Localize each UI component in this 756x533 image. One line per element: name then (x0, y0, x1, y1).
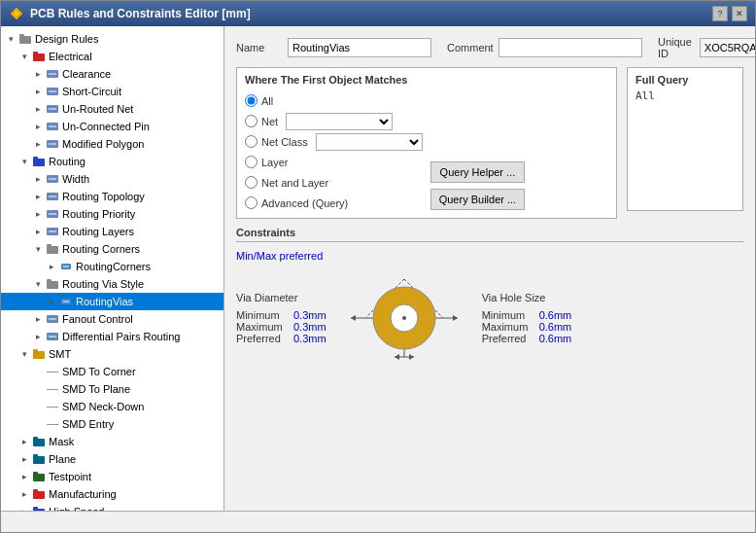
svg-rect-47 (33, 489, 38, 492)
full-query-box: Full Query All (627, 67, 743, 211)
unique-id-label: Unique ID (658, 36, 692, 59)
net-dropdown[interactable] (286, 113, 393, 130)
hole-min-row: Minimum 0.6mm (482, 309, 572, 321)
tree-icon-smd-neckdown: — (46, 400, 59, 413)
tree-item-smd-entry[interactable]: —SMD Entry (1, 415, 223, 433)
tree-label-modified-polygon: Modified Polygon (62, 138, 144, 150)
netclass-dropdown[interactable] (316, 133, 423, 151)
query-helper-button[interactable]: Query Helper ... (430, 161, 525, 183)
tree-icon-plane (32, 452, 46, 466)
hole-min-label: Minimum (482, 309, 535, 321)
radio-advanced-input[interactable] (245, 196, 258, 209)
where-box: Where The First Object Matches All Net (236, 67, 617, 219)
tree-item-smd-plane[interactable]: —SMD To Plane (1, 380, 223, 398)
hole-max-row: Maximum 0.6mm (482, 321, 572, 333)
preferred-value: 0.3mm (293, 333, 326, 344)
svg-marker-58 (351, 315, 356, 321)
tree-item-diff-pairs[interactable]: ▸Differential Pairs Routing (1, 328, 223, 345)
tree-label-testpoint: Testpoint (49, 471, 91, 482)
tree-item-un-routed-net[interactable]: ▸Un-Routed Net (1, 100, 223, 118)
max-value: 0.3mm (293, 321, 326, 333)
tree-item-smd-corner[interactable]: —SMD To Corner (1, 363, 223, 380)
hole-preferred-label: Preferred (482, 333, 535, 344)
tree-item-design-rules[interactable]: ▾Design Rules (1, 30, 223, 48)
tree-item-fanout-control[interactable]: ▸Fanout Control (1, 310, 223, 328)
tree-item-modified-polygon[interactable]: ▸Modified Polygon (1, 135, 223, 153)
comment-input[interactable] (498, 38, 642, 57)
radio-net-input[interactable] (245, 115, 258, 127)
tree-icon-modified-polygon (46, 137, 59, 151)
radio-layer-label: Layer (261, 157, 289, 168)
tree-icon-smt (32, 347, 46, 361)
svg-rect-3 (19, 34, 24, 37)
constraints-section: Constraints Min/Max preferred Via Diamet… (236, 227, 743, 367)
tree-label-routing-topology: Routing Topology (62, 191, 145, 202)
tree-label-smd-corner: SMD To Corner (62, 366, 136, 377)
tree-icon-un-routed-net (46, 102, 59, 116)
app-icon (9, 6, 24, 21)
tree-label-short-circuit: Short-Circuit (62, 86, 121, 97)
svg-rect-39 (33, 349, 38, 352)
help-button[interactable]: ? (712, 6, 728, 21)
query-builder-button[interactable]: Query Builder ... (430, 189, 525, 210)
radio-all-label: All (261, 95, 273, 107)
radio-netandlayer-input[interactable] (245, 176, 258, 189)
hole-preferred-row: Preferred 0.6mm (482, 333, 572, 344)
tree-label-routing-priority: Routing Priority (62, 208, 135, 220)
svg-marker-64 (395, 354, 399, 360)
tree-item-electrical[interactable]: ▾Electrical (1, 48, 223, 65)
tree-item-mask[interactable]: ▸Mask (1, 433, 223, 450)
tree-item-high-speed[interactable]: ▸High Speed (1, 503, 223, 511)
tree-item-routing-vias[interactable]: ▸RoutingVias (1, 293, 223, 310)
preferred-row: Preferred 0.3mm (236, 333, 326, 344)
tree-item-manufacturing[interactable]: ▸Manufacturing (1, 485, 223, 503)
tree-item-routing-corners-item[interactable]: ▸RoutingCorners (1, 258, 223, 275)
name-input[interactable] (288, 38, 431, 57)
tree-icon-design-rules (18, 32, 32, 46)
tree-item-routing-priority[interactable]: ▸Routing Priority (1, 205, 223, 223)
tree-item-short-circuit[interactable]: ▸Short-Circuit (1, 83, 223, 100)
max-row: Maximum 0.3mm (236, 321, 326, 333)
svg-rect-31 (47, 279, 52, 282)
tree-label-design-rules: Design Rules (35, 33, 98, 45)
tree-label-un-routed-net: Un-Routed Net (62, 103, 133, 115)
tree-item-routing-via-style[interactable]: ▾Routing Via Style (1, 275, 223, 293)
close-button[interactable]: ✕ (732, 6, 747, 21)
max-label: Maximum (236, 321, 290, 333)
tree-icon-routing-corners (46, 242, 59, 256)
preferred-label: Preferred (236, 333, 290, 344)
tree-item-routing[interactable]: ▾Routing (1, 153, 223, 170)
svg-rect-46 (33, 491, 45, 499)
tree-icon-width (46, 172, 59, 186)
tree-label-routing-layers: Routing Layers (62, 226, 134, 237)
tree-icon-routing (32, 155, 46, 168)
tree-label-manufacturing: Manufacturing (49, 488, 117, 500)
full-query-text: All (636, 89, 735, 102)
window-title: PCB Rules and Constraints Editor [mm] (30, 7, 251, 20)
tree-item-smt[interactable]: ▾SMT (1, 345, 223, 363)
min-label: Minimum (236, 309, 290, 321)
tree-item-plane[interactable]: ▸Plane (1, 450, 223, 468)
svg-rect-43 (33, 454, 38, 457)
via-diameter-params: Via Diameter Minimum 0.3mm Maximum 0.3mm… (236, 292, 326, 344)
tree-item-routing-topology[interactable]: ▸Routing Topology (1, 188, 223, 205)
tree-icon-routing-via-style (46, 277, 59, 291)
radio-layer-input[interactable] (245, 156, 258, 168)
svg-rect-2 (19, 36, 31, 44)
bottom-bar (1, 511, 755, 532)
tree-item-clearance[interactable]: ▸Clearance (1, 65, 223, 83)
radio-all-input[interactable] (245, 94, 258, 107)
tree-item-smd-neckdown[interactable]: —SMD Neck-Down (1, 398, 223, 415)
title-bar-buttons: ? ✕ (712, 6, 747, 21)
tree-item-routing-corners[interactable]: ▾Routing Corners (1, 240, 223, 258)
svg-rect-5 (33, 52, 38, 54)
svg-rect-42 (33, 456, 45, 464)
tree-label-un-connected-pin: Un-Connected Pin (62, 121, 150, 132)
tree-icon-electrical (32, 50, 46, 63)
tree-item-testpoint[interactable]: ▸Testpoint (1, 468, 223, 485)
radio-netclass-input[interactable] (245, 135, 258, 148)
tree-item-un-connected-pin[interactable]: ▸Un-Connected Pin (1, 118, 223, 135)
tree-item-width[interactable]: ▸Width (1, 170, 223, 188)
radio-net: Net (245, 112, 423, 130)
tree-item-routing-layers[interactable]: ▸Routing Layers (1, 223, 223, 240)
